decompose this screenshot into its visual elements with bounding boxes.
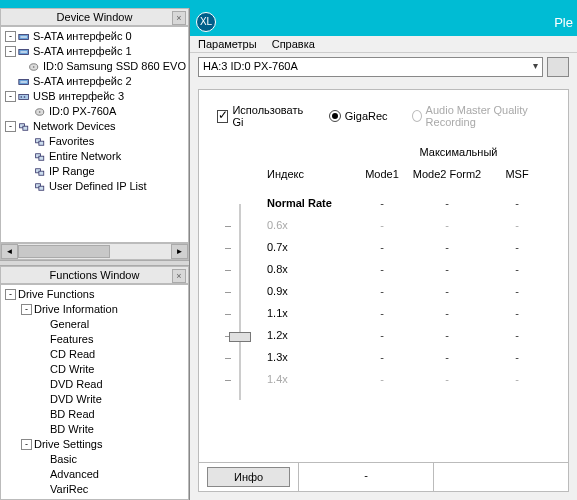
- tree-item[interactable]: IP Range: [1, 164, 188, 179]
- close-icon[interactable]: ×: [172, 269, 186, 283]
- tree-item[interactable]: Favorites: [1, 134, 188, 149]
- device-tree[interactable]: -S-ATA интерфейс 0-S-ATA интерфейс 1ID:0…: [0, 26, 189, 243]
- tree-item[interactable]: ID:0 PX-760A: [1, 104, 188, 119]
- tree-item[interactable]: VariRec: [1, 482, 188, 497]
- svg-point-10: [24, 96, 26, 98]
- grid-header: Индекс Mode1 Mode2 Form2 MSF: [217, 168, 550, 180]
- status-cell: [433, 463, 568, 491]
- device-window-title: Device Window ×: [0, 8, 189, 26]
- disk-icon: [28, 61, 41, 73]
- rate-row-normal: Normal Rate ---: [267, 192, 550, 214]
- svg-rect-7: [20, 81, 27, 83]
- tree-item[interactable]: -Drive Information: [1, 302, 188, 317]
- net-icon: [34, 151, 47, 163]
- tree-item[interactable]: Entire Network: [1, 149, 188, 164]
- net-icon: [34, 136, 47, 148]
- amqr-radio: Audio Master Quality Recording: [412, 104, 550, 128]
- rate-row: 0.8x---: [267, 258, 550, 280]
- tree-item[interactable]: BD Read: [1, 407, 188, 422]
- rate-row: 1.2x---: [267, 324, 550, 346]
- app-title: Ple: [554, 15, 573, 30]
- checkbox-icon: [217, 110, 228, 123]
- functions-window-title: Functions Window ×: [0, 266, 189, 284]
- menu-bar: Параметры Справка: [190, 36, 577, 53]
- net-icon: [18, 121, 31, 133]
- sata-icon: [18, 31, 31, 43]
- slider-thumb[interactable]: [229, 332, 251, 342]
- tree-item[interactable]: DVD Write: [1, 392, 188, 407]
- tree-item[interactable]: S-ATA интерфейс 2: [1, 74, 188, 89]
- svg-rect-22: [39, 186, 44, 190]
- rate-row: 0.9x---: [267, 280, 550, 302]
- radio-icon: [412, 110, 422, 122]
- expander-icon[interactable]: -: [5, 289, 16, 300]
- tree-item[interactable]: -USB интерфейс 3: [1, 89, 188, 104]
- expander-icon[interactable]: -: [5, 91, 16, 102]
- svg-rect-20: [39, 171, 44, 175]
- net-icon: [34, 166, 47, 178]
- tree-item[interactable]: -S-ATA интерфейс 1: [1, 44, 188, 59]
- expander-icon[interactable]: -: [21, 304, 32, 315]
- tree-item[interactable]: User Defined IP List: [1, 179, 188, 194]
- expander-icon[interactable]: -: [21, 439, 32, 450]
- scrollbar-horizontal[interactable]: ◄ ►: [0, 243, 189, 260]
- expander-icon[interactable]: -: [5, 121, 16, 132]
- status-cell: -: [298, 463, 433, 491]
- tree-item[interactable]: -Network Devices: [1, 119, 188, 134]
- tree-item[interactable]: Features: [1, 332, 188, 347]
- scroll-left-arrow[interactable]: ◄: [1, 244, 18, 259]
- disk-icon: [34, 106, 47, 118]
- rate-row: 1.3x---: [267, 346, 550, 368]
- svg-point-9: [20, 96, 22, 98]
- info-button[interactable]: Инфо: [207, 467, 290, 487]
- tree-item[interactable]: -Drive Settings: [1, 437, 188, 452]
- tree-item[interactable]: BD Write: [1, 422, 188, 437]
- toolbar-button[interactable]: [547, 57, 569, 77]
- svg-point-12: [39, 111, 41, 113]
- app-titlebar: XL Ple: [190, 8, 577, 36]
- close-icon[interactable]: ×: [172, 11, 186, 25]
- rate-row: 1.1x---: [267, 302, 550, 324]
- tree-item[interactable]: -Drive Functions: [1, 287, 188, 302]
- device-select[interactable]: HA:3 ID:0 PX-760A: [198, 57, 543, 77]
- tree-item[interactable]: DVD Read: [1, 377, 188, 392]
- tree-item[interactable]: General: [1, 317, 188, 332]
- svg-point-5: [33, 66, 35, 68]
- scroll-right-arrow[interactable]: ►: [171, 244, 188, 259]
- app-logo-icon: XL: [196, 12, 216, 32]
- rate-row: 0.7x---: [267, 236, 550, 258]
- sata-icon: [18, 76, 31, 88]
- tree-item[interactable]: CD Write: [1, 362, 188, 377]
- tree-item[interactable]: Advanced: [1, 467, 188, 482]
- tree-item[interactable]: -S-ATA интерфейс 0: [1, 29, 188, 44]
- radio-icon: [329, 110, 341, 122]
- net-icon: [34, 181, 47, 193]
- gigarec-radio[interactable]: GigaRec: [329, 110, 388, 122]
- tree-item[interactable]: Basic: [1, 452, 188, 467]
- menu-help[interactable]: Справка: [272, 38, 315, 50]
- sata-icon: [18, 46, 31, 58]
- rate-row: 0.6x---: [267, 214, 550, 236]
- rate-row: 1.4x---: [267, 368, 550, 390]
- tree-item[interactable]: ID:0 Samsung SSD 860 EVO: [1, 59, 188, 74]
- expander-icon[interactable]: -: [5, 31, 16, 42]
- svg-rect-18: [39, 156, 44, 160]
- menu-params[interactable]: Параметры: [198, 38, 257, 50]
- functions-tree[interactable]: -Drive Functions-Drive InformationGenera…: [0, 284, 189, 501]
- svg-rect-1: [20, 36, 27, 38]
- usb-icon: [18, 91, 31, 103]
- scroll-thumb[interactable]: [18, 245, 110, 258]
- svg-rect-16: [39, 141, 44, 145]
- svg-rect-14: [23, 126, 28, 130]
- tree-item[interactable]: CD Read: [1, 347, 188, 362]
- expander-icon[interactable]: -: [5, 46, 16, 57]
- rate-slider[interactable]: [217, 192, 267, 406]
- svg-rect-3: [20, 51, 27, 53]
- use-gigarec-checkbox[interactable]: Использовать Gi: [217, 104, 305, 128]
- max-label: Максимальный: [367, 146, 550, 158]
